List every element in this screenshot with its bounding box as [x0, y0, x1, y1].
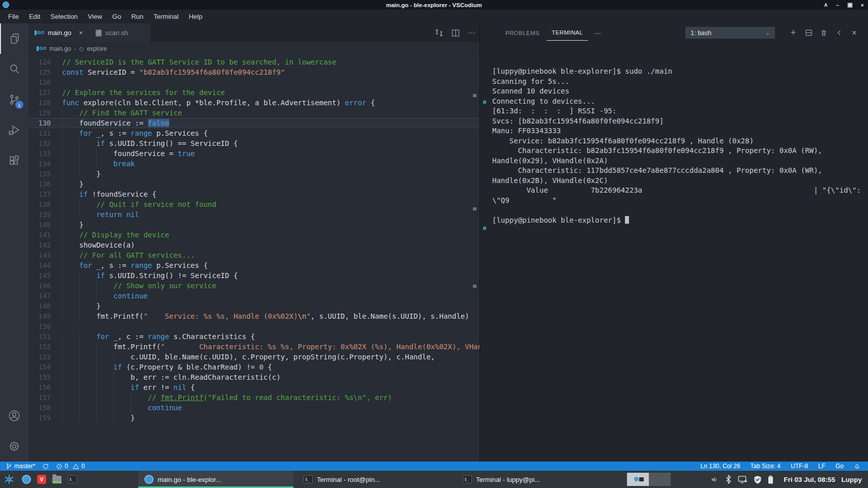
line-number[interactable]: 140 — [28, 220, 62, 230]
line-number[interactable]: 149 — [28, 311, 62, 321]
code-line-137[interactable]: 137if !foundService { — [28, 189, 480, 199]
open-changes-icon[interactable] — [435, 28, 443, 37]
code-line-124[interactable]: 124// ServiceID is the GATT Service ID t… — [28, 57, 480, 67]
code-line-157[interactable]: 157// fmt.Printf("Failed to read charact… — [28, 392, 480, 403]
close-panel-button[interactable]: × — [848, 26, 861, 40]
line-number[interactable]: 141 — [28, 230, 62, 240]
encoding-indicator[interactable]: UTF-8 — [787, 462, 812, 471]
code-line-139[interactable]: 139return nil — [28, 209, 480, 220]
line-number[interactable]: 150 — [28, 321, 62, 331]
user-menu[interactable]: Luppy — [842, 476, 862, 483]
code-line-133[interactable]: 133foundService = true — [28, 148, 480, 159]
line-number[interactable]: 128 — [28, 98, 62, 108]
breadcrumb-file[interactable]: main.go — [49, 45, 71, 52]
menu-item-selection[interactable]: Selection — [45, 11, 82, 22]
code-line-149[interactable]: 149fmt.Printf(" Service: %s %s, Handle (… — [28, 311, 480, 321]
line-number[interactable]: 136 — [28, 179, 62, 189]
panel-tab-problems[interactable]: PROBLEMS — [500, 25, 545, 41]
code-line-156[interactable]: 156if err != nil { — [28, 382, 480, 392]
line-number[interactable]: 144 — [28, 260, 62, 270]
line-number[interactable]: 147 — [28, 291, 62, 301]
code-line-132[interactable]: 132if s.UUID.String() == ServiceID { — [28, 138, 480, 148]
clock[interactable]: Fri 03 Jul, 08:55 — [784, 476, 835, 483]
line-number[interactable]: 148 — [28, 301, 62, 311]
split-editor-icon[interactable] — [452, 29, 460, 37]
kill-terminal-button[interactable] — [817, 26, 830, 40]
line-number[interactable]: 143 — [28, 250, 62, 260]
sidebar-item-search[interactable] — [0, 54, 28, 84]
code-line-151[interactable]: 151for _, c := range s.Characteristics { — [28, 331, 480, 342]
shield-icon[interactable] — [754, 475, 762, 484]
taskbar-window-terminal[interactable]: $_Terminal - luppy@pi... — [457, 471, 612, 488]
pinned-app-file-manager[interactable] — [51, 474, 63, 485]
line-number[interactable]: 146 — [28, 281, 62, 291]
line-number[interactable]: 131 — [28, 128, 62, 138]
breadcrumb-symbol[interactable]: explore — [87, 45, 107, 52]
cursor-position-indicator[interactable]: Ln 130, Col 26 — [697, 462, 744, 471]
code-editor[interactable]: 124// ServiceID is the GATT Service ID t… — [28, 55, 480, 462]
sidebar-item-settings[interactable] — [0, 431, 28, 462]
line-number[interactable]: 138 — [28, 199, 62, 209]
menu-item-help[interactable]: Help — [184, 11, 207, 22]
line-number[interactable]: 153 — [28, 352, 62, 362]
code-line-159[interactable]: 159} — [28, 413, 480, 423]
split-terminal-button[interactable] — [802, 26, 815, 40]
terminal-session-select[interactable]: 1: bash ⌄ — [685, 26, 775, 39]
menu-item-edit[interactable]: Edit — [24, 11, 45, 22]
minimize-window-button[interactable]: – — [836, 2, 839, 8]
code-line-158[interactable]: 158continue — [28, 403, 480, 413]
code-line-146[interactable]: 146// Show only our service — [28, 281, 480, 291]
line-number[interactable]: 157 — [28, 392, 62, 403]
code-line-145[interactable]: 145if s.UUID.String() != ServiceID { — [28, 270, 480, 281]
code-line-150[interactable]: 150 — [28, 321, 480, 331]
line-number[interactable]: 130 — [28, 118, 62, 128]
pinned-app-terminal[interactable]: $_ — [67, 474, 78, 485]
language-mode-indicator[interactable]: Go — [832, 462, 847, 471]
breadcrumb[interactable]: GO main.go › ◇ explore — [28, 42, 480, 55]
sync-changes-button[interactable] — [39, 462, 52, 471]
line-number[interactable]: 159 — [28, 413, 62, 423]
sidebar-item-explorer[interactable] — [0, 23, 28, 54]
app-launcher-button[interactable] — [3, 473, 16, 486]
editor-more-actions-icon[interactable]: ⋯ — [468, 28, 475, 38]
line-number[interactable]: 156 — [28, 382, 62, 392]
display-icon[interactable] — [738, 475, 747, 483]
close-window-button[interactable]: × — [861, 2, 864, 8]
pager-desktop-2[interactable] — [649, 473, 671, 486]
code-line-142[interactable]: 142showDevice(a) — [28, 240, 480, 250]
code-line-126[interactable]: 126 — [28, 77, 480, 87]
pinned-app-vscodium[interactable] — [21, 474, 32, 485]
line-number[interactable]: 155 — [28, 372, 62, 382]
tab-size-indicator[interactable]: Tab Size: 4 — [747, 462, 784, 471]
eol-indicator[interactable]: LF — [815, 462, 829, 471]
menu-item-file[interactable]: File — [3, 11, 24, 22]
line-number[interactable]: 133 — [28, 148, 62, 159]
terminal-command-decoration[interactable] — [483, 227, 486, 230]
line-number[interactable]: 127 — [28, 87, 62, 98]
line-number[interactable]: 154 — [28, 362, 62, 372]
maximize-window-button[interactable]: ▣ — [847, 2, 852, 8]
code-line-127[interactable]: 127// Explore the services for the devic… — [28, 87, 480, 98]
code-line-128[interactable]: 128func explore(cln ble.Client, p *ble.P… — [28, 98, 480, 108]
terminal-command-decoration[interactable] — [483, 101, 486, 104]
shade-window-button[interactable]: ∧ — [824, 2, 828, 8]
sidebar-item-extensions[interactable] — [0, 145, 28, 176]
chevron-left-icon[interactable] — [832, 26, 846, 40]
code-line-125[interactable]: 125const ServiceID = "b82ab3fc15954f6a80… — [28, 67, 480, 77]
virtual-desktop-pager[interactable] — [627, 473, 671, 486]
terminal-prompt[interactable]: [luppy@pinebook ble-explorer]$ — [492, 216, 864, 226]
line-number[interactable]: 124 — [28, 57, 62, 67]
line-number[interactable]: 137 — [28, 189, 62, 199]
taskbar-window-terminal[interactable]: $_Terminal - root@pin... — [297, 471, 453, 488]
code-line-155[interactable]: 155b, err := cln.ReadCharacteristic(c) — [28, 372, 480, 382]
code-line-152[interactable]: 152fmt.Printf(" Characteristic: %s %s, P… — [28, 342, 480, 352]
volume-icon[interactable] — [710, 475, 719, 484]
sidebar-item-accounts[interactable] — [0, 401, 28, 431]
code-line-147[interactable]: 147continue — [28, 291, 480, 301]
panel-tab-terminal[interactable]: TERMINAL — [547, 25, 588, 41]
line-number[interactable]: 142 — [28, 240, 62, 250]
code-line-134[interactable]: 134break — [28, 159, 480, 169]
line-number[interactable]: 151 — [28, 331, 62, 342]
bluetooth-icon[interactable] — [725, 475, 732, 484]
code-line-131[interactable]: 131for _, s := range p.Services { — [28, 128, 480, 138]
